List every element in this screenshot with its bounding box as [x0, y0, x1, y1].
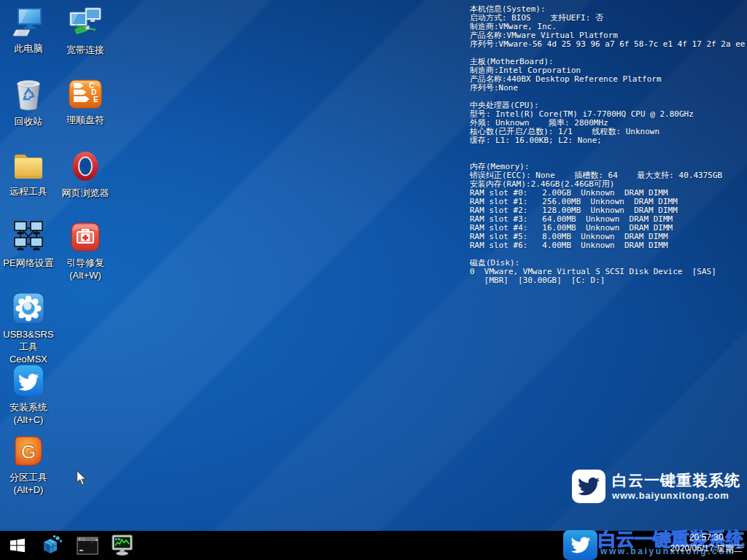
svg-text:C:\: C:\: [79, 537, 85, 541]
desktop-icon-pe-network[interactable]: PE网络设置: [0, 220, 57, 269]
icon-label-line2: 工具CeoMSX: [0, 341, 57, 365]
windows-logo-icon: [9, 537, 26, 553]
icon-label-line2: (Alt+W): [66, 269, 104, 281]
network-settings-icon: [11, 220, 46, 254]
start-button[interactable]: [0, 531, 35, 560]
icon-label: 宽带连接: [66, 44, 104, 56]
icon-label: 此电脑: [15, 42, 43, 55]
desktop-icon-recycle-bin[interactable]: 回收站: [0, 77, 57, 128]
boot-repair-icon: [69, 220, 102, 254]
system-info-line: 序列号:VMware-56 4d 25 93 96 a7 6f 58-7c e1…: [470, 40, 747, 49]
desktop-icon-usb3-srs-tool[interactable]: USB3&SRS 工具CeoMSX: [0, 292, 57, 365]
diskgenius-icon: G: [12, 435, 45, 468]
system-info-line: RAM slot #6: 4.00MB Unknown DRAM DIMM: [470, 241, 747, 250]
system-info-line: [MBR] [30.00GB] [C: D:]: [470, 276, 747, 285]
taskbar-cmd-button[interactable]: C:\ _ x: [70, 531, 105, 560]
recycle-bin-icon: [12, 77, 45, 112]
icon-label: 网页浏览器: [62, 187, 109, 199]
system-info-line: 缓存: L1: 16.00KB; L2: None;: [470, 136, 747, 145]
corner-bird-logo: [563, 530, 597, 560]
desktop-icon-drive-letters[interactable]: CDE 理顺盘符: [57, 77, 114, 126]
icon-label: USB3&SRS: [0, 328, 57, 341]
mouse-cursor: [76, 470, 87, 486]
taskbar-registry-tool-button[interactable]: [35, 531, 70, 560]
broadband-icon: [68, 6, 103, 41]
command-prompt-icon: C:\ _ x: [77, 537, 98, 555]
folder-icon: [12, 149, 45, 182]
desktop-icon-this-pc[interactable]: 此电脑: [0, 6, 57, 55]
desktop: 此电脑 宽带连接: [0, 0, 747, 531]
icon-label: 远程工具: [9, 185, 47, 198]
system-info-line: [470, 145, 747, 154]
bird-icon: [570, 535, 592, 555]
icon-label: 安装系统: [9, 401, 47, 413]
task-manager-icon: [111, 534, 134, 556]
watermark-url: www.baiyunxitong.com: [612, 489, 740, 502]
desktop-icon-boot-repair[interactable]: 引导修复 (Alt+W): [57, 220, 114, 281]
system-info-line: 序列号:None: [470, 84, 747, 93]
svg-text:_ x: _ x: [91, 537, 98, 542]
desktop-icon-partition-tool[interactable]: G 分区工具 (Alt+D): [0, 435, 57, 496]
svg-text:G: G: [20, 441, 36, 463]
icon-label: PE网络设置: [3, 257, 53, 269]
registry-cube-icon: [42, 534, 63, 556]
baiyun-bird-logo: [572, 470, 605, 503]
icon-label: 回收站: [15, 115, 43, 128]
watermark-title: 白云一键重装系统: [612, 472, 740, 489]
desktop-icon-web-browser[interactable]: 网页浏览器: [57, 149, 114, 199]
icon-label: 分区工具: [9, 471, 47, 483]
clock-time: 20:57:30: [670, 532, 743, 543]
icon-label: 理顺盘符: [66, 114, 104, 126]
clock-date: 2020/06/17 星期三: [670, 543, 743, 554]
usb3-tool-icon: [11, 292, 46, 325]
this-pc-icon: [12, 6, 45, 39]
icon-label-line2: (Alt+D): [9, 483, 47, 496]
taskbar-clock[interactable]: 20:57:30 2020/06/17 星期三: [670, 532, 743, 554]
brand-watermark: 白云一键重装系统 www.baiyunxitong.com: [572, 470, 740, 503]
system-info-panel: 本机信息(System):启动方式: BIOS 支持UEFI: 否制造商:VMw…: [470, 5, 747, 285]
desktop-icon-remote-tools[interactable]: 远程工具: [0, 149, 57, 198]
icon-label: 引导修复: [66, 257, 104, 269]
taskbar-task-manager-button[interactable]: [105, 531, 140, 560]
icon-label-line2: (Alt+C): [9, 413, 47, 426]
drive-letters-icon: CDE: [67, 77, 104, 111]
opera-browser-icon: [69, 149, 102, 184]
desktop-icon-broadband[interactable]: 宽带连接: [57, 6, 114, 56]
svg-text:E: E: [93, 96, 98, 104]
install-system-bird-icon: [11, 363, 46, 398]
desktop-icon-install-system[interactable]: 安装系统 (Alt+C): [0, 363, 57, 426]
bird-icon: [577, 475, 600, 497]
